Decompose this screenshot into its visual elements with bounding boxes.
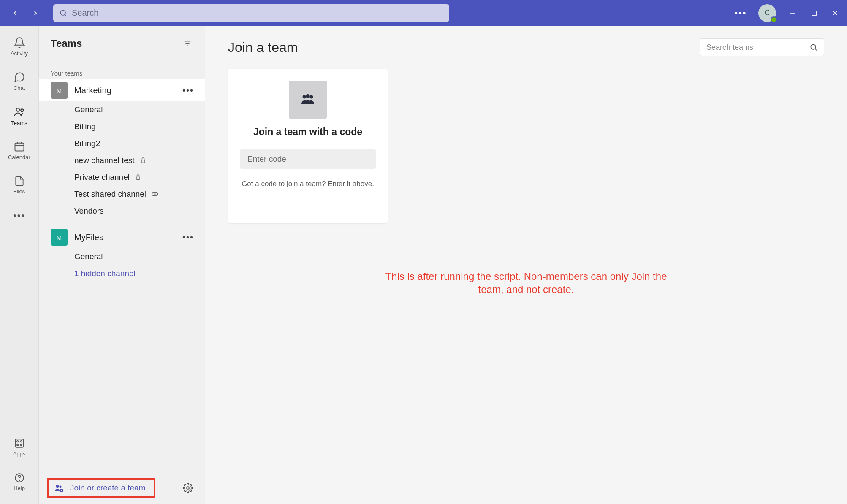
- svg-point-16: [20, 444, 22, 445]
- teams-panel: Teams Your teams M Marketing ••• General…: [39, 26, 205, 504]
- svg-point-7: [21, 109, 23, 111]
- join-create-label: Join or create a team: [70, 483, 145, 493]
- rail-calendar[interactable]: Calendar: [0, 134, 39, 167]
- svg-point-14: [20, 441, 22, 442]
- title-bar: ••• C: [0, 0, 847, 26]
- card-hint: Got a code to join a team? Enter it abov…: [242, 180, 374, 188]
- team-code-input[interactable]: [240, 149, 376, 169]
- apps-icon: [14, 438, 25, 449]
- search-teams[interactable]: [700, 38, 824, 56]
- main-content: Join a team Join a team with a code Got …: [205, 26, 847, 504]
- gear-icon: [183, 483, 193, 493]
- bell-icon: [14, 37, 25, 49]
- close-button[interactable]: [831, 9, 839, 17]
- search-icon: [809, 43, 818, 51]
- rail-teams[interactable]: Teams: [0, 99, 39, 132]
- team-avatar: M: [51, 82, 68, 99]
- teams-icon: [299, 91, 316, 108]
- minimize-button[interactable]: [789, 9, 797, 17]
- join-create-team-button[interactable]: Join or create a team: [47, 478, 155, 498]
- chat-icon: [14, 71, 25, 83]
- channel-item[interactable]: Test shared channel: [39, 186, 205, 203]
- card-icon-box: [289, 81, 327, 119]
- people-add-icon: [54, 483, 64, 493]
- svg-point-0: [60, 10, 65, 15]
- annotation-text: This is after running the script. Non-me…: [374, 270, 678, 296]
- calendar-icon: [14, 141, 25, 152]
- svg-rect-3: [812, 11, 817, 15]
- team-row-myfiles[interactable]: M MyFiles •••: [39, 226, 205, 248]
- more-options-icon[interactable]: •••: [736, 8, 746, 18]
- user-avatar[interactable]: C: [758, 4, 776, 22]
- svg-point-15: [17, 444, 18, 445]
- rail-help[interactable]: Help: [0, 465, 39, 498]
- svg-point-26: [56, 485, 59, 487]
- filter-button[interactable]: [183, 39, 192, 48]
- section-label: Your teams: [39, 67, 205, 79]
- svg-point-33: [306, 94, 309, 98]
- teams-icon: [13, 106, 26, 118]
- team-avatar: M: [51, 229, 68, 246]
- presence-indicator: [771, 16, 777, 23]
- global-search-input[interactable]: [72, 8, 443, 18]
- app-rail: Activity Chat Teams Calendar Files ••• A…: [0, 26, 39, 504]
- svg-point-34: [309, 95, 313, 98]
- svg-rect-12: [15, 439, 24, 447]
- forward-button[interactable]: [30, 8, 41, 18]
- rail-more[interactable]: •••: [0, 203, 39, 228]
- svg-point-29: [187, 487, 189, 489]
- team-more-button[interactable]: •••: [182, 233, 196, 242]
- rail-activity[interactable]: Activity: [0, 30, 39, 63]
- channel-item[interactable]: Private channel: [39, 169, 205, 186]
- filter-icon: [183, 39, 192, 48]
- maximize-button[interactable]: [810, 9, 818, 17]
- channel-item[interactable]: Billing: [39, 118, 205, 135]
- lock-icon: [135, 174, 141, 181]
- panel-footer: Join or create a team: [39, 471, 205, 504]
- channel-item[interactable]: Billing2: [39, 135, 205, 152]
- rail-chat[interactable]: Chat: [0, 65, 39, 98]
- channel-item[interactable]: General: [39, 101, 205, 118]
- shared-icon: [151, 190, 159, 198]
- channel-item[interactable]: General: [39, 248, 205, 265]
- svg-line-31: [815, 49, 817, 51]
- svg-point-6: [16, 108, 19, 111]
- channel-item[interactable]: new channel test: [39, 152, 205, 169]
- svg-rect-8: [15, 143, 24, 151]
- panel-header: Teams: [39, 26, 205, 61]
- global-search[interactable]: [53, 4, 449, 22]
- hidden-channels-link[interactable]: 1 hidden channel: [39, 265, 205, 282]
- settings-button[interactable]: [183, 483, 193, 493]
- svg-line-1: [65, 14, 67, 16]
- card-title: Join a team with a code: [253, 126, 362, 138]
- page-title: Join a team: [228, 40, 298, 55]
- svg-point-13: [17, 441, 18, 442]
- svg-rect-23: [136, 177, 140, 179]
- join-with-code-card: Join a team with a code Got a code to jo…: [228, 69, 388, 223]
- team-more-button[interactable]: •••: [182, 86, 196, 95]
- svg-point-27: [60, 485, 62, 488]
- lock-icon: [140, 157, 147, 164]
- nav-arrows: [10, 8, 41, 18]
- svg-point-30: [811, 44, 816, 49]
- search-icon: [59, 9, 68, 17]
- back-button[interactable]: [10, 8, 20, 18]
- team-name: MyFiles: [74, 233, 176, 242]
- titlebar-right: ••• C: [736, 4, 839, 22]
- main-header: Join a team: [228, 38, 824, 56]
- svg-point-18: [19, 480, 20, 480]
- team-name: Marketing: [74, 86, 176, 95]
- svg-rect-22: [141, 160, 145, 163]
- rail-files[interactable]: Files: [0, 168, 39, 201]
- avatar-initial: C: [765, 8, 770, 17]
- rail-apps[interactable]: Apps: [0, 431, 39, 463]
- channel-item[interactable]: Vendors: [39, 203, 205, 219]
- search-teams-input[interactable]: [706, 43, 805, 52]
- help-icon: [14, 472, 25, 483]
- panel-title: Teams: [51, 38, 82, 49]
- file-icon: [14, 176, 25, 187]
- svg-point-32: [303, 95, 306, 98]
- panel-list: Your teams M Marketing ••• General Billi…: [39, 61, 205, 471]
- rail-separator: [12, 232, 27, 232]
- team-row-marketing[interactable]: M Marketing •••: [39, 79, 205, 101]
